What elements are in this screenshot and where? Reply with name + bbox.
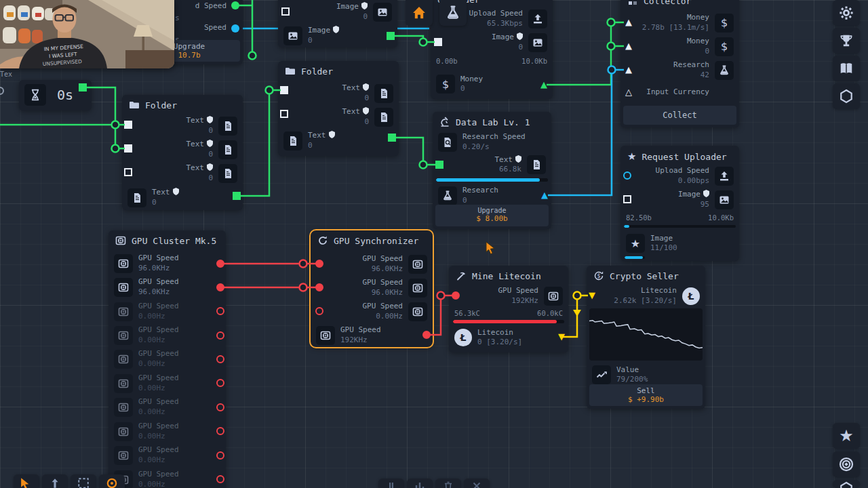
port-money-output[interactable]: ▲	[540, 80, 547, 89]
node-gpu-cluster[interactable]: GPU Cluster Mk.5 GPU Speed96.0KHz GPU Sp…	[108, 230, 226, 488]
port-currency-input[interactable]: △	[625, 87, 632, 96]
achievements-button[interactable]	[833, 28, 860, 54]
port-gpu-output[interactable]	[216, 403, 224, 411]
port-image-input[interactable]	[623, 195, 631, 203]
node-timer[interactable]: 0s	[19, 80, 92, 110]
folder-icon	[129, 100, 140, 110]
shield-icon	[333, 26, 339, 33]
gpu-icon	[114, 446, 133, 465]
doc-icon	[127, 188, 146, 207]
port-gpu-output[interactable]	[216, 379, 224, 387]
node-crypto-seller[interactable]: Crypto Seller Litecoin2.62k [3.20/s] Ł V…	[587, 266, 705, 409]
port-speed-output-cyan[interactable]	[231, 24, 239, 33]
node-request-uploader[interactable]: ★Request Uploader Upload Speed0.00bps Im…	[620, 146, 739, 261]
research-doc-icon	[438, 133, 457, 152]
port-gpu-output[interactable]	[216, 260, 224, 268]
port-image-output[interactable]	[387, 32, 395, 40]
port-research-output[interactable]: ▲	[541, 190, 548, 199]
hexagon-icon	[839, 481, 854, 488]
doc-icon	[527, 155, 546, 174]
port-money-input[interactable]: ▲	[625, 18, 632, 26]
port-text-input[interactable]	[124, 144, 132, 152]
flask-icon	[438, 186, 457, 205]
port-litecoin-output[interactable]: ▼	[558, 332, 565, 341]
book-icon	[839, 61, 854, 76]
port-gpu-output[interactable]	[216, 475, 224, 483]
port-gpu-input[interactable]	[315, 283, 323, 291]
stats-button[interactable]	[407, 479, 433, 488]
port-text-input[interactable]	[280, 110, 288, 118]
port-research-input[interactable]: ▲	[625, 65, 632, 74]
crypto-sync-icon	[593, 270, 604, 281]
pause-button[interactable]	[378, 479, 404, 488]
port-gpu-output[interactable]	[422, 331, 431, 339]
pan-tool-button[interactable]	[42, 474, 68, 488]
image-icon	[528, 33, 547, 52]
port-text-input[interactable]	[124, 168, 132, 176]
node-folder-left[interactable]: Folder Text0 Text0 Text0 Text0	[122, 95, 243, 210]
node-graph-canvas[interactable]: d Speed s Speed s Upgrade 10.7b Image0 I…	[0, 0, 868, 488]
collect-button[interactable]: Collect	[623, 106, 736, 125]
port-image-input[interactable]	[434, 38, 442, 46]
port-litecoin-input[interactable]: ▼	[589, 291, 595, 300]
port-gpu-output[interactable]	[216, 283, 224, 291]
port-text-output[interactable]	[233, 192, 241, 200]
recenter-button[interactable]	[833, 451, 860, 477]
settings-button[interactable]	[833, 0, 860, 26]
marquee-tool-button[interactable]	[71, 474, 96, 488]
home-button[interactable]	[406, 0, 433, 26]
uploader-progress-right: 10.0Kb	[521, 57, 547, 65]
port-gpu-input[interactable]	[315, 260, 323, 268]
doc-icon	[218, 140, 237, 159]
data-lab-upgrade-button[interactable]: Upgrade $ 8.00b	[435, 205, 549, 226]
partial-button[interactable]	[833, 480, 860, 488]
upload-icon	[528, 9, 547, 28]
partial-value-1: s	[175, 14, 180, 22]
port-gpu-input[interactable]	[452, 291, 460, 300]
port-speed-output-green[interactable]	[231, 1, 239, 9]
gpu-icon	[114, 422, 133, 441]
port-gpu-input[interactable]	[315, 307, 323, 315]
port-gpu-output[interactable]	[216, 427, 224, 435]
pickaxe-icon	[456, 270, 467, 281]
node-data-lab[interactable]: Data Lab Lv. 1 Research Speed0.20/s Text…	[433, 112, 551, 229]
node-image-relay[interactable]: Image0 Image0	[278, 0, 397, 47]
research-tab-button[interactable]	[439, 0, 467, 26]
node-mine-litecoin[interactable]: Mine Litecoin GPU Speed192KHz 56.3kC 60.…	[449, 266, 568, 352]
port-gpu-output[interactable]	[216, 307, 224, 315]
select-tool-button[interactable]	[14, 474, 39, 488]
node-collector[interactable]: Collector Money2.78b [13.1m/s] $ Money0 …	[620, 0, 739, 127]
port-text-output[interactable]	[388, 134, 396, 142]
inventory-button[interactable]	[833, 83, 860, 109]
close-button[interactable]	[464, 479, 490, 488]
sell-button[interactable]: Sell $ +9.90b	[589, 384, 703, 406]
upload-icon	[715, 167, 734, 186]
gpu-icon	[408, 302, 427, 321]
node-gpu-synchronizer[interactable]: GPU Synchronizer GPU Speed96.0KHz GPU Sp…	[311, 230, 433, 347]
microscope-icon	[439, 117, 450, 127]
trophy-icon	[839, 33, 854, 48]
port-text-input[interactable]	[280, 86, 288, 94]
codex-button[interactable]	[833, 56, 860, 81]
doc-icon	[283, 131, 302, 150]
port-gpu-output[interactable]	[216, 355, 224, 363]
shield-icon	[517, 33, 523, 40]
gear-icon	[839, 5, 854, 20]
orbit-tool-button[interactable]	[99, 474, 125, 488]
port-image-input[interactable]	[281, 7, 290, 16]
port-gpu-output[interactable]	[216, 451, 224, 460]
dollar-icon: $	[436, 75, 455, 94]
partial-label-2: Speed	[204, 23, 226, 32]
port-text-input[interactable]	[124, 121, 132, 129]
port-timer-output[interactable]	[79, 83, 87, 92]
research-progress-bar	[436, 178, 548, 182]
delete-button[interactable]	[435, 479, 461, 488]
port-text-input[interactable]	[435, 161, 443, 169]
collector-icon	[627, 0, 638, 6]
favorites-button[interactable]: ★	[833, 423, 860, 449]
port-gpu-output[interactable]	[216, 331, 224, 340]
close-icon	[471, 481, 482, 488]
node-folder-mid[interactable]: Folder Text0 Text0 Text0	[278, 61, 399, 156]
port-money-input[interactable]: ▲	[625, 41, 632, 50]
port-upload-speed-input[interactable]	[623, 171, 631, 180]
